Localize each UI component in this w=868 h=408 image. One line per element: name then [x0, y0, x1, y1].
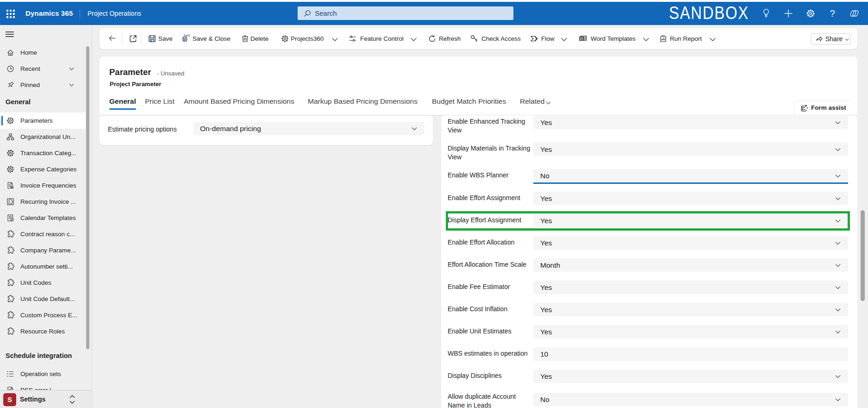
svg-text:W: W — [581, 37, 584, 40]
